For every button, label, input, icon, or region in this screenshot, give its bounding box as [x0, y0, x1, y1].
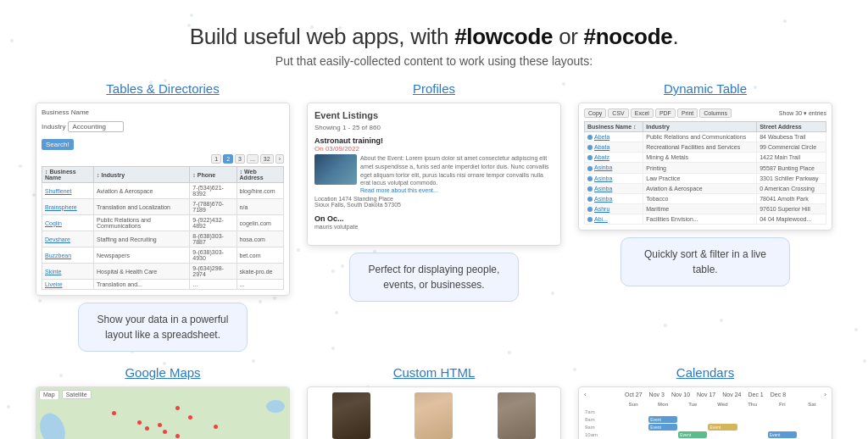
cal-cell-7-mon — [648, 408, 677, 415]
tp-cell-6-1: Translation and... — [94, 280, 190, 290]
table-row: Abi...Facilities Envision...04 04 Maplew… — [585, 214, 826, 225]
tp-cell-5-0: Skinte — [42, 264, 94, 280]
tp-pg-prev[interactable]: 1 — [211, 154, 221, 164]
tp-search-row: Business Name — [42, 108, 284, 116]
dt-cell-6-1: Tobacco — [643, 193, 757, 203]
card-title-custom-html[interactable]: Custom HTML — [393, 365, 476, 380]
cal-label-nov10: Nov 10 — [671, 392, 690, 397]
tp-pg-dots[interactable]: ... — [247, 154, 259, 164]
tp-cell-1-3: n/a — [236, 199, 283, 215]
map-tab-map[interactable]: Map — [39, 390, 59, 399]
cal-hdr-sun: Sun — [619, 401, 648, 408]
tp-pg-last[interactable]: 32 — [260, 154, 274, 164]
bg-dot — [10, 39, 14, 42]
cal-label-oct27: Oct 27 — [625, 392, 643, 397]
dt-cell-5-2: 0 American Crossing — [757, 183, 826, 193]
map-background: Map Satellite — [36, 387, 289, 439]
cal-time-9am: 9am — [584, 424, 618, 431]
card-title-tables[interactable]: Tables & Directories — [106, 81, 219, 96]
cal-cell-10-thu — [738, 431, 767, 438]
cal-cell-9-sat — [798, 424, 826, 431]
tp-cell-2-2: 9-(922)432-4892 — [190, 215, 236, 231]
profiles-preview: Event Listings Showing 1 - 25 of 860 Ast… — [307, 103, 561, 246]
cal-grid: Sun Mon Tue Wed Thu Fri Sat 7am — [584, 401, 826, 439]
cal-time-7am: 7am — [584, 408, 618, 415]
pf-read-more[interactable]: Read more about this event... — [360, 187, 554, 193]
bg-dot — [19, 164, 22, 168]
tp-col-web: ↕ Web Address — [236, 167, 283, 183]
map-pin-9 — [175, 406, 180, 410]
card-title-maps[interactable]: Google Maps — [125, 365, 200, 380]
dt-show-label: Show 30 ▾ entries — [779, 110, 826, 117]
tp-cell-4-0: Buzzbean — [42, 247, 94, 264]
tp-business-name-label: Business Name — [42, 108, 89, 116]
table-row: SkinteHospital & Health Care9-(634)298-2… — [42, 264, 284, 280]
card-google-maps: Google Maps Map Satellite — [36, 365, 290, 439]
dt-cell-2-0: Abatz — [585, 153, 643, 163]
card-title-calendars[interactable]: Calendars — [676, 365, 734, 380]
cal-hdr-mon: Mon — [648, 401, 677, 408]
custom-html-preview-inner: Willis Dunham Jacqueline Clemens Global … — [308, 387, 560, 439]
tp-industry-label: Industry — [42, 123, 65, 131]
tp-cell-1-2: 7-(788)670-7189 — [190, 199, 236, 215]
tables-data-table: ↕ Business Name ↕ Industry ↕ Phone ↕ Web… — [42, 166, 284, 290]
dt-csv-btn[interactable]: CSV — [608, 108, 628, 118]
table-row: AsinbaLaw Practice3301 Schiller Parkway — [585, 173, 826, 183]
tp-cell-2-0: Coglin — [42, 215, 94, 231]
tp-col-phone: ↕ Phone — [190, 167, 236, 183]
chp-photo-3 — [498, 392, 536, 439]
table-row: LiveireTranslation and......... — [42, 280, 284, 290]
card-title-profiles[interactable]: Profiles — [413, 81, 455, 96]
cal-cell-8-fri — [768, 416, 797, 423]
dt-pdf-btn[interactable]: PDF — [655, 108, 676, 118]
dt-print-btn[interactable]: Print — [677, 108, 698, 118]
cal-next-btn[interactable]: › — [824, 391, 826, 398]
pf-item-text-col: About the Event: Lorem ipsum dolor sit a… — [360, 154, 554, 193]
cal-time-10am: 10am — [584, 431, 618, 438]
dt-copy-btn[interactable]: Copy — [584, 108, 606, 118]
bg-dot — [190, 14, 193, 17]
map-pin-3 — [163, 430, 167, 434]
calendars-preview: ‹ Oct 27 Nov 3 Nov 10 Nov 17 Nov 24 Dec … — [578, 386, 832, 439]
map-pin-4 — [188, 415, 192, 420]
dt-preview-inner: Copy CSV Excel PDF Print Columns Show 30… — [579, 103, 832, 230]
cal-nav-row: ‹ Oct 27 Nov 3 Nov 10 Nov 17 Nov 24 Dec … — [584, 391, 826, 398]
tp-industry-value[interactable]: Accounting — [68, 121, 124, 132]
tp-pg-2[interactable]: 3 — [235, 154, 245, 164]
table-row: BrainsphereTranslation and Localization7… — [42, 199, 284, 215]
tp-pg-next[interactable]: › — [275, 154, 284, 164]
pf-item-1-title: Astronaut training! — [314, 136, 554, 145]
table-row: AshruMaritime97610 Superior Hill — [585, 204, 826, 214]
cal-cell-7-fri — [768, 408, 797, 415]
cal-cell-8-sun — [619, 416, 648, 423]
cards-row-1: Tables & Directories Business Name Indus… — [34, 81, 834, 352]
map-tab-satellite[interactable]: Satellite — [62, 390, 92, 399]
cal-hdr-tue: Tue — [678, 401, 707, 408]
tp-cell-5-3: skate-pro.de — [236, 264, 283, 280]
tp-pg-1[interactable]: 2 — [223, 154, 233, 164]
headline-text-mid: or — [553, 24, 583, 49]
card-title-dynamic[interactable]: Dynamic Table — [664, 81, 747, 96]
cards-row-2: Google Maps Map Satellite — [34, 365, 834, 439]
dt-cell-7-2: 97610 Superior Hill — [757, 204, 826, 214]
headline-text-end: . — [672, 24, 678, 49]
pf-image-row: About the Event: Lorem ipsum dolor sit a… — [314, 154, 554, 193]
dt-excel-btn[interactable]: Excel — [631, 108, 654, 118]
card-profiles: Profiles Event Listings Showing 1 - 25 o… — [307, 81, 561, 352]
cal-label-nov24: Nov 24 — [722, 392, 741, 397]
dt-cell-8-0: Abi... — [585, 214, 643, 225]
dt-columns-btn[interactable]: Columns — [699, 108, 732, 118]
card-calendars: Calendars ‹ Oct 27 Nov 3 Nov 10 Nov 17 N… — [578, 365, 832, 439]
tp-cell-2-3: cogelin.com — [236, 215, 283, 231]
tp-search-button[interactable]: Search! — [42, 139, 74, 150]
dt-cell-4-1: Law Practice — [643, 173, 757, 183]
cal-hdr-wed: Wed — [708, 401, 737, 408]
tp-cell-1-1: Translation and Localization — [94, 199, 190, 215]
cal-prev-btn[interactable]: ‹ — [584, 391, 587, 398]
cal-hdr-thu: Thu — [738, 401, 767, 408]
pf-item-2-title: On Oc... — [314, 214, 554, 223]
card-dynamic-table: Dynamic Table Copy CSV Excel PDF Print C… — [578, 81, 832, 352]
dt-cell-1-1: Recreational Facilities and Services — [643, 142, 757, 153]
maps-preview: Map Satellite — [36, 386, 290, 439]
map-pin-2 — [137, 420, 142, 425]
